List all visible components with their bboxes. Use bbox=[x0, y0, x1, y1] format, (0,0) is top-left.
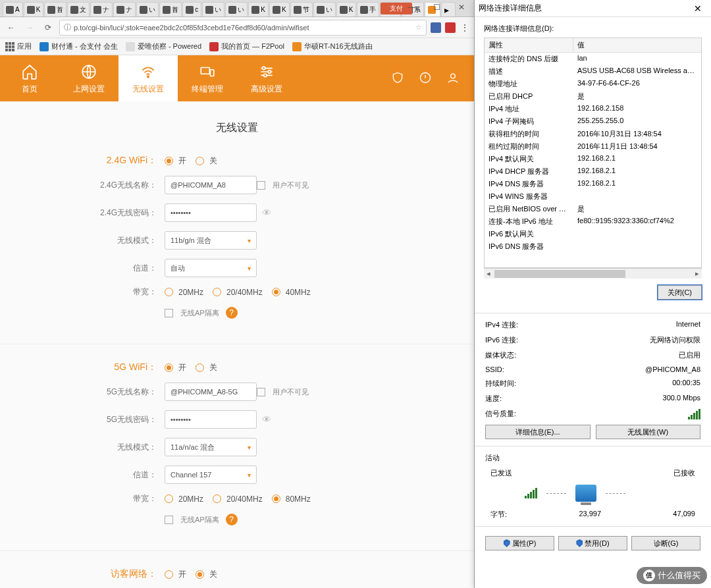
browser-tab[interactable]: K bbox=[336, 2, 357, 16]
browser-tab[interactable]: ナ bbox=[90, 2, 113, 16]
bookmark-bar: 应用 财付通 - 会支付 会生 爱唯侦察 - Powered 我的首页 — F2… bbox=[0, 38, 474, 55]
info-icon: ⓘ bbox=[64, 22, 71, 32]
bookmark-item[interactable]: 财付通 - 会支付 会生 bbox=[40, 41, 118, 51]
radio-24g-on[interactable]: 开 bbox=[165, 155, 186, 167]
table-row[interactable]: IPv6 默认网关 bbox=[485, 228, 701, 240]
browser-tab[interactable]: い bbox=[136, 2, 159, 16]
browser-tab[interactable]: K bbox=[248, 2, 269, 16]
sliders-icon bbox=[257, 63, 276, 81]
table-row[interactable]: IPv4 子网掩码255.255.255.0 bbox=[485, 115, 701, 128]
close-icon[interactable]: ✕ bbox=[452, 3, 471, 12]
browser-tab[interactable]: 手 bbox=[357, 2, 379, 16]
minimize-icon[interactable]: — bbox=[402, 3, 421, 12]
forward-button[interactable]: → bbox=[22, 20, 37, 35]
browser-tab[interactable]: 节 bbox=[290, 2, 313, 16]
reload-button[interactable]: ⟳ bbox=[41, 20, 55, 35]
horizontal-scrollbar[interactable]: ◂▸ bbox=[484, 268, 702, 279]
nav-terminal[interactable]: 终端管理 bbox=[178, 55, 237, 101]
table-row[interactable]: 连接特定的 DNS 后缀lan bbox=[485, 53, 701, 65]
browser-tab[interactable]: 首 bbox=[44, 2, 66, 16]
user-icon[interactable] bbox=[446, 71, 460, 86]
radio-guest-off[interactable]: 关 bbox=[196, 569, 217, 580]
ssid-5g-input[interactable] bbox=[165, 383, 257, 401]
extension-icon[interactable] bbox=[445, 22, 456, 33]
browser-tab[interactable]: い bbox=[313, 2, 336, 16]
nav-home[interactable]: 首页 bbox=[0, 55, 59, 101]
apps-button[interactable]: 应用 bbox=[5, 41, 32, 51]
globe-icon bbox=[80, 63, 98, 81]
bookmark-item[interactable]: 爱唯侦察 - Powered bbox=[126, 41, 201, 51]
table-header: 属性 值 bbox=[485, 38, 701, 53]
wireless-properties-button[interactable]: 无线属性(W) bbox=[596, 425, 701, 439]
table-row[interactable]: IPv4 DHCP 服务器192.168.2.1 bbox=[485, 165, 701, 178]
help-icon[interactable]: ? bbox=[226, 514, 238, 525]
bookmark-star-icon[interactable]: ☆ bbox=[415, 23, 422, 32]
close-icon[interactable]: ✕ bbox=[689, 3, 707, 14]
browser-tab[interactable]: ナ bbox=[113, 2, 136, 16]
bw-24g-20[interactable]: 20MHz bbox=[165, 288, 203, 297]
table-row[interactable]: IPv4 WINS 服务器 bbox=[485, 190, 701, 203]
bookmark-item[interactable]: 华硕RT-N16无线路由 bbox=[292, 41, 373, 51]
chrome-menu-icon[interactable]: ⋮ bbox=[460, 22, 470, 33]
diagnose-button[interactable]: 诊断(G) bbox=[631, 536, 700, 550]
radio-5g-off[interactable]: 关 bbox=[196, 362, 217, 373]
radio-guest-on[interactable]: 开 bbox=[165, 569, 186, 580]
disable-button[interactable]: 禁用(D) bbox=[558, 536, 627, 550]
maximize-icon[interactable]: ☐ bbox=[427, 3, 446, 12]
browser-tab[interactable]: K bbox=[24, 2, 44, 16]
nav-right-icons bbox=[391, 55, 474, 101]
table-row[interactable]: 已启用 NetBIOS over Tc...是 bbox=[485, 203, 701, 215]
ap-isolation-24g[interactable] bbox=[165, 309, 173, 317]
bw-5g-20[interactable]: 20MHz bbox=[165, 494, 203, 504]
table-row[interactable]: IPv6 DNS 服务器 bbox=[485, 240, 701, 253]
browser-tab[interactable]: K bbox=[269, 2, 290, 16]
table-row[interactable]: 连接-本地 IPv6 地址fe80::9195:9323:3360:cf74%2 bbox=[485, 215, 701, 228]
nav-internet[interactable]: 上网设置 bbox=[59, 55, 118, 101]
eye-icon[interactable]: 👁 bbox=[262, 207, 271, 218]
details-button[interactable]: 详细信息(E)... bbox=[485, 425, 591, 439]
table-row[interactable]: 获得租约的时间2016年10月31日 13:48:54 bbox=[485, 128, 701, 140]
table-row[interactable]: IPv4 DNS 服务器192.168.2.1 bbox=[485, 178, 701, 190]
pass-24g-input[interactable] bbox=[165, 203, 257, 222]
bw-5g-80[interactable]: 80MHz bbox=[272, 494, 311, 504]
table-row[interactable]: IPv4 默认网关192.168.2.1 bbox=[485, 153, 701, 165]
mode-5g-select[interactable]: 11a/n/ac 混合▾ bbox=[165, 438, 257, 456]
nav-wireless[interactable]: 无线设置 bbox=[118, 55, 178, 101]
browser-tab[interactable]: 首 bbox=[159, 2, 182, 16]
table-row[interactable]: 描述ASUS USB-AC68 USB Wireless adapter bbox=[485, 65, 701, 78]
bw-24g-2040[interactable]: 20/40MHz bbox=[213, 288, 263, 297]
channel-5g-select[interactable]: Channel 157▾ bbox=[165, 466, 257, 484]
ssid-24g-input[interactable] bbox=[165, 176, 257, 194]
browser-tab[interactable]: い bbox=[225, 2, 248, 16]
bookmark-item[interactable]: 我的首页 — F2Pool bbox=[209, 41, 284, 51]
table-row[interactable]: IPv4 地址192.168.2.158 bbox=[485, 103, 701, 115]
address-bar[interactable]: ⓘ p.to/cgi-bin/luci/;stok=eaee2bdc2c0f85… bbox=[59, 20, 427, 36]
close-button[interactable]: 关闭(C) bbox=[658, 285, 702, 300]
browser-tab[interactable]: い bbox=[202, 2, 224, 16]
hide-ssid-5g[interactable] bbox=[257, 388, 265, 396]
back-button[interactable]: ← bbox=[4, 20, 18, 35]
properties-button[interactable]: 属性(P) bbox=[485, 536, 554, 550]
pass-5g-input[interactable] bbox=[165, 410, 257, 429]
ap-isolation-5g[interactable] bbox=[165, 516, 173, 524]
eye-icon[interactable]: 👁 bbox=[262, 414, 271, 425]
table-row[interactable]: 物理地址34-97-F6-64-CF-26 bbox=[485, 78, 701, 90]
table-row[interactable]: 租约过期的时间2016年11月1日 13:48:54 bbox=[485, 140, 701, 153]
browser-tab[interactable]: c bbox=[182, 2, 201, 16]
bw-5g-2040[interactable]: 20/40MHz bbox=[213, 494, 263, 504]
nav-advanced[interactable]: 高级设置 bbox=[237, 55, 296, 101]
browser-tab[interactable]: A bbox=[3, 2, 23, 16]
power-icon[interactable] bbox=[419, 71, 432, 86]
mode-24g-select[interactable]: 11b/g/n 混合▾ bbox=[165, 231, 257, 250]
table-row[interactable]: 已启用 DHCP是 bbox=[485, 90, 701, 103]
radio-5g-on[interactable]: 开 bbox=[165, 362, 186, 373]
hide-ssid-24g[interactable] bbox=[257, 181, 265, 190]
browser-tab[interactable]: 文 bbox=[67, 2, 90, 16]
bw-24g-40[interactable]: 40MHz bbox=[272, 288, 311, 297]
radio-24g-off[interactable]: 关 bbox=[196, 155, 217, 167]
extension-icon[interactable] bbox=[431, 22, 441, 33]
help-icon[interactable]: ? bbox=[226, 307, 238, 319]
router-admin-page: 首页 上网设置 无线设置 终端管理 高级设置 bbox=[0, 55, 474, 588]
channel-24g-select[interactable]: 自动▾ bbox=[165, 259, 257, 277]
shield-icon[interactable] bbox=[391, 71, 404, 86]
